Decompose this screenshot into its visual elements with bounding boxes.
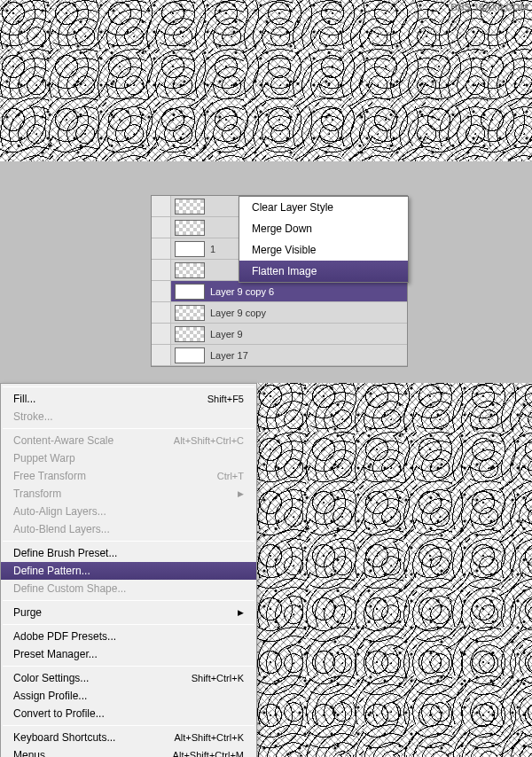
top-pattern-image — [0, 0, 532, 161]
menu-pdf-presets[interactable]: Adobe PDF Presets... — [1, 628, 256, 645]
visibility-toggle[interactable] — [152, 260, 171, 280]
layer-label: Layer 9 — [210, 329, 407, 339]
layer-context-menu: Clear Layer Style Merge Down Merge Visib… — [239, 196, 409, 283]
menu-puppet-warp[interactable]: Puppet Warp — [1, 449, 256, 467]
layer-row[interactable]: Layer 17 — [152, 345, 407, 366]
menu-merge-visible[interactable]: Merge Visible — [239, 239, 408, 261]
visibility-toggle[interactable] — [152, 345, 171, 365]
menu-auto-align[interactable]: Auto-Align Layers... — [1, 503, 256, 520]
shortcut: Ctrl+T — [217, 471, 244, 481]
bottom-pattern-image — [257, 383, 532, 757]
layer-label: Layer 9 copy 6 — [210, 286, 407, 297]
layer-row[interactable]: Layer 9 copy 6 — [152, 281, 407, 302]
menu-menus[interactable]: Menus...Alt+Shift+Ctrl+M — [1, 746, 256, 757]
watermark: BBS.16XX8.COM — [450, 2, 528, 12]
menu-keyboard-shortcuts[interactable]: Keyboard Shortcuts...Alt+Shift+Ctrl+K — [1, 729, 256, 746]
shortcut: Alt+Shift+Ctrl+C — [174, 435, 244, 446]
visibility-toggle[interactable] — [152, 302, 171, 323]
menu-clear-layer-style[interactable]: Clear Layer Style — [239, 197, 408, 218]
menu-preset-manager[interactable]: Preset Manager... — [1, 645, 256, 663]
layer-thumb — [175, 326, 205, 342]
visibility-toggle[interactable] — [152, 324, 171, 344]
menu-purge[interactable]: Purge▶ — [1, 604, 256, 621]
menu-transform[interactable]: Transform▶ — [1, 485, 256, 503]
layer-thumb — [175, 284, 205, 300]
visibility-toggle[interactable] — [152, 196, 171, 216]
shortcut: Shift+F5 — [207, 394, 244, 404]
layer-row[interactable]: Layer 9 copy — [152, 302, 407, 324]
layer-thumb — [175, 220, 205, 236]
menu-stroke[interactable]: Stroke... — [1, 408, 256, 425]
visibility-toggle[interactable] — [152, 217, 171, 238]
menu-color-settings[interactable]: Color Settings...Shift+Ctrl+K — [1, 669, 256, 687]
visibility-toggle[interactable] — [152, 281, 171, 301]
shortcut: Shift+Ctrl+K — [192, 673, 244, 683]
menu-define-brush[interactable]: Define Brush Preset... — [1, 544, 256, 562]
shortcut: Alt+Shift+Ctrl+K — [174, 732, 244, 743]
visibility-toggle[interactable] — [152, 238, 171, 259]
menu-fill[interactable]: Fill...Shift+F5 — [1, 390, 256, 408]
menu-convert-profile[interactable]: Convert to Profile... — [1, 705, 256, 722]
layer-thumb — [175, 241, 205, 257]
menu-content-aware-scale[interactable]: Content-Aware ScaleAlt+Shift+Ctrl+C — [1, 432, 256, 449]
menu-define-shape[interactable]: Define Custom Shape... — [1, 580, 256, 597]
menu-assign-profile[interactable]: Assign Profile... — [1, 687, 256, 705]
edit-menu: Fill...Shift+F5 Stroke... Content-Aware … — [0, 383, 257, 757]
menu-free-transform[interactable]: Free TransformCtrl+T — [1, 467, 256, 485]
layer-thumb — [175, 347, 205, 363]
layer-label: Layer 17 — [210, 350, 407, 361]
menu-define-pattern[interactable]: Define Pattern... — [1, 562, 256, 580]
menu-merge-down[interactable]: Merge Down — [239, 218, 408, 239]
submenu-arrow-icon: ▶ — [238, 489, 244, 498]
layer-thumb — [175, 305, 205, 321]
menu-flatten-image[interactable]: Flatten Image — [239, 261, 408, 282]
layer-label: Layer 9 copy — [210, 308, 407, 318]
submenu-arrow-icon: ▶ — [238, 608, 244, 617]
layer-thumb — [175, 262, 205, 278]
menu-auto-blend[interactable]: Auto-Blend Layers... — [1, 520, 256, 538]
shortcut: Alt+Shift+Ctrl+M — [173, 750, 244, 757]
layer-row[interactable]: Layer 9 — [152, 324, 407, 345]
layer-thumb — [175, 199, 205, 215]
